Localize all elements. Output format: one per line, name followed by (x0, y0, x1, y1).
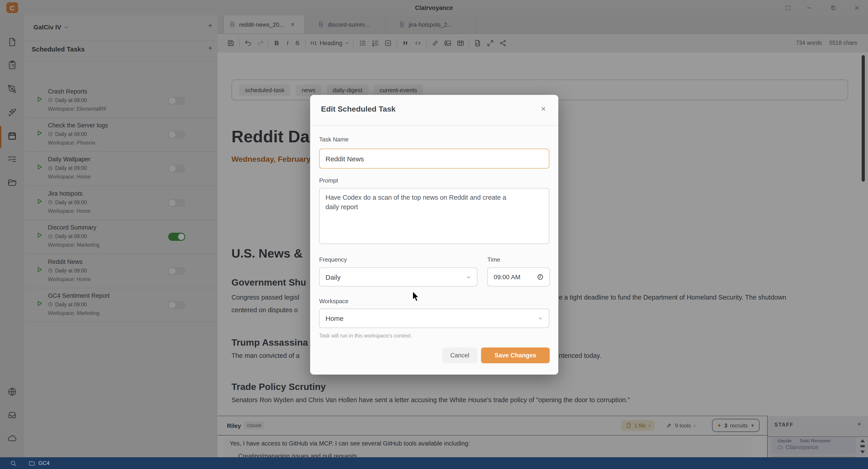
modal-close-button[interactable]: ✕ (538, 104, 548, 114)
clock-icon (537, 274, 544, 280)
mouse-cursor (412, 292, 423, 303)
chevron-down-icon (466, 274, 471, 279)
taskbar-project-button[interactable]: GC4 (29, 460, 50, 467)
edit-scheduled-task-modal: Edit Scheduled Task ✕ Task Name Reddit N… (310, 95, 558, 375)
time-label: Time (487, 256, 500, 263)
search-icon[interactable] (10, 460, 17, 467)
save-changes-button[interactable]: Save Changes (481, 347, 550, 363)
os-taskbar: GC4 (0, 457, 868, 469)
workspace-select[interactable]: Home (319, 309, 549, 328)
frequency-value: Daily (326, 273, 341, 281)
prompt-value: Have Codex do a scan of the top news on … (326, 193, 506, 212)
time-input[interactable]: 09:00 AM (487, 267, 550, 287)
app-window: Clairvoyance C GalCiv IV (0, 0, 868, 469)
frequency-label: Frequency (319, 256, 347, 263)
prompt-label: Prompt (319, 177, 338, 184)
taskbar-project-label: GC4 (38, 460, 50, 466)
task-name-label: Task Name (319, 136, 348, 143)
workspace-label: Workspace (319, 298, 348, 305)
workspace-value: Home (326, 314, 344, 322)
task-name-value: Reddit News (326, 155, 364, 162)
modal-title: Edit Scheduled Task (321, 105, 396, 114)
chevron-down-icon (538, 316, 543, 321)
time-value: 09:00 AM (494, 273, 520, 280)
cancel-button[interactable]: Cancel (442, 347, 477, 363)
divider (310, 125, 558, 126)
frequency-select[interactable]: Daily (319, 267, 477, 287)
workspace-helper-text: Task will run in this workspace's contex… (319, 333, 412, 338)
task-name-input[interactable]: Reddit News (319, 149, 549, 169)
folder-icon (29, 460, 35, 467)
prompt-textarea[interactable]: Have Codex do a scan of the top news on … (319, 188, 549, 244)
